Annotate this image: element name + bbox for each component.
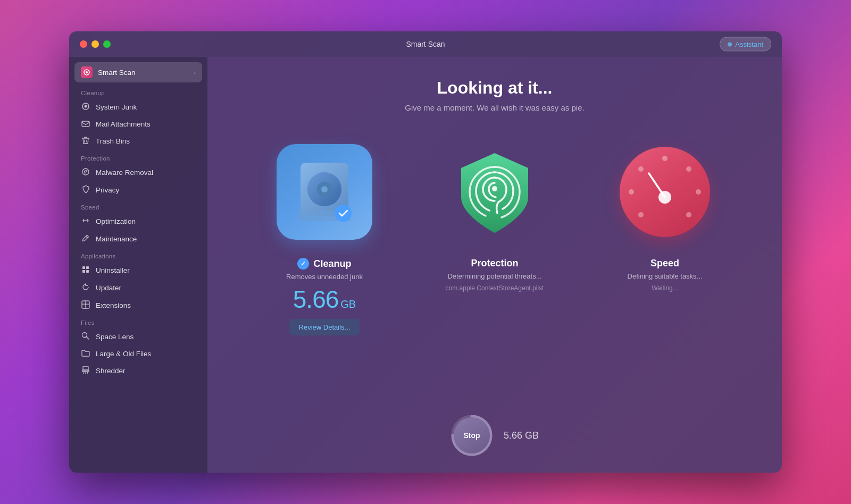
shredder-icon (81, 366, 90, 376)
svg-rect-13 (86, 270, 89, 273)
malware-removal-label: Malware Removal (96, 169, 153, 177)
svg-rect-11 (86, 266, 89, 269)
svg-point-1 (86, 71, 88, 73)
speed-sub: Waiting... (652, 284, 678, 292)
applications-section-label: Applications (69, 248, 207, 262)
svg-rect-19 (83, 366, 88, 370)
sidebar-item-extensions[interactable]: Extensions (74, 297, 202, 314)
cleanup-section-label: Cleanup (69, 85, 207, 98)
main-title: Looking at it... (437, 78, 553, 98)
malware-icon (81, 167, 90, 178)
mail-attachments-label: Mail Attachments (96, 120, 151, 128)
svg-point-41 (658, 191, 671, 204)
updater-label: Updater (96, 284, 121, 292)
sidebar-item-privacy[interactable]: Privacy (74, 181, 202, 199)
speed-title: Speed (650, 258, 679, 269)
review-details-button[interactable]: Review Details... (289, 319, 360, 335)
minimize-button[interactable] (91, 40, 99, 48)
svg-rect-4 (82, 121, 89, 127)
svg-point-32 (492, 186, 497, 191)
svg-line-21 (84, 372, 84, 374)
stop-button-wrap: Stop (450, 414, 493, 457)
cleanup-title-text: Cleanup (313, 258, 351, 270)
chevron-right-icon: › (194, 69, 196, 75)
folder-icon (81, 349, 90, 358)
protection-title-text: Protection (471, 258, 518, 269)
main-subtitle: Give me a moment. We all wish it was eas… (405, 103, 584, 112)
speed-description: Defining suitable tasks... (628, 272, 703, 280)
space-lens-icon (81, 332, 90, 342)
stop-button[interactable]: Stop (454, 417, 490, 453)
cleanup-card: ✓ Cleanup Removes unneeded junk 5.66 GB … (250, 139, 399, 335)
protection-icon-wrap (441, 139, 548, 245)
protection-description: Determining potential threats... (447, 272, 541, 280)
protection-sub: com.apple.ContextStoreAgent.plist (446, 284, 544, 292)
cleanup-unit: GB (340, 298, 356, 310)
title-bar: Smart Scan Assistant (69, 31, 782, 57)
smart-scan-icon (81, 66, 93, 78)
svg-point-31 (335, 205, 352, 222)
traffic-lights (80, 40, 111, 48)
sidebar-item-uninstaller[interactable]: Uninstaller (74, 262, 202, 279)
sidebar-item-large-old-files[interactable]: Large & Old Files (74, 346, 202, 362)
assistant-label: Assistant (735, 40, 763, 48)
sidebar-item-space-lens[interactable]: Space Lens (74, 328, 202, 346)
updater-icon (81, 283, 90, 293)
sidebar-item-trash-bins[interactable]: Trash Bins (74, 132, 202, 150)
speed-title-text: Speed (650, 258, 679, 269)
trash-bins-label: Trash Bins (96, 137, 130, 145)
extensions-label: Extensions (96, 301, 131, 309)
protection-shield-icon (444, 141, 545, 242)
sidebar-item-mail-attachments[interactable]: Mail Attachments (74, 116, 202, 132)
svg-point-33 (662, 156, 668, 161)
sidebar-item-smart-scan-label: Smart Scan (98, 69, 188, 77)
cards-row: ✓ Cleanup Removes unneeded junk 5.66 GB … (223, 139, 766, 335)
trash-icon (81, 136, 90, 146)
svg-point-3 (85, 105, 87, 108)
assistant-dot-icon (728, 42, 732, 46)
bottom-size-label: 5.66 GB (504, 430, 539, 441)
svg-point-35 (629, 189, 634, 195)
protection-section-label: Protection (69, 150, 207, 164)
system-junk-label: System Junk (96, 103, 137, 111)
sidebar: Smart Scan › Cleanup System Junk (69, 57, 207, 473)
sidebar-item-updater[interactable]: Updater (74, 279, 202, 297)
assistant-button[interactable]: Assistant (720, 37, 771, 52)
maximize-button[interactable] (103, 40, 111, 48)
content-area: Smart Scan › Cleanup System Junk (69, 57, 782, 473)
sidebar-item-maintenance[interactable]: Maintenance (74, 230, 202, 248)
speedometer-icon (614, 141, 715, 242)
cleanup-title: ✓ Cleanup (297, 258, 351, 270)
sidebar-item-optimization[interactable]: Optimization (74, 213, 202, 230)
svg-line-23 (87, 372, 88, 374)
large-old-files-label: Large & Old Files (96, 350, 151, 358)
optimization-icon (81, 216, 90, 226)
maintenance-icon (81, 234, 90, 244)
cleanup-disk-icon (277, 144, 372, 240)
system-junk-icon (81, 102, 90, 112)
sidebar-item-shredder[interactable]: Shredder (74, 362, 202, 380)
maintenance-label: Maintenance (96, 235, 137, 243)
sidebar-item-smart-scan[interactable]: Smart Scan › (74, 62, 202, 82)
svg-point-38 (696, 189, 701, 195)
main-window: Smart Scan Assistant Smart Scan › Clean (69, 31, 782, 473)
files-section-label: Files (69, 314, 207, 328)
speed-card: Speed Defining suitable tasks... Waiting… (590, 139, 739, 292)
privacy-icon (81, 185, 90, 195)
uninstaller-label: Uninstaller (96, 266, 130, 274)
privacy-label: Privacy (96, 186, 119, 194)
close-button[interactable] (80, 40, 87, 48)
svg-point-29 (321, 186, 328, 192)
svg-line-9 (86, 237, 88, 238)
sidebar-item-malware-removal[interactable]: Malware Removal (74, 164, 202, 181)
svg-rect-20 (82, 370, 89, 372)
cleanup-check-icon: ✓ (297, 258, 309, 270)
cleanup-size: 5.66 (293, 287, 339, 312)
sidebar-item-system-junk[interactable]: System Junk (74, 98, 202, 116)
svg-point-7 (82, 169, 89, 175)
uninstaller-icon (81, 265, 90, 275)
svg-line-18 (87, 337, 89, 340)
cleanup-description: Removes unneeded junk (286, 273, 363, 281)
svg-point-39 (686, 212, 691, 217)
shredder-label: Shredder (96, 367, 126, 375)
